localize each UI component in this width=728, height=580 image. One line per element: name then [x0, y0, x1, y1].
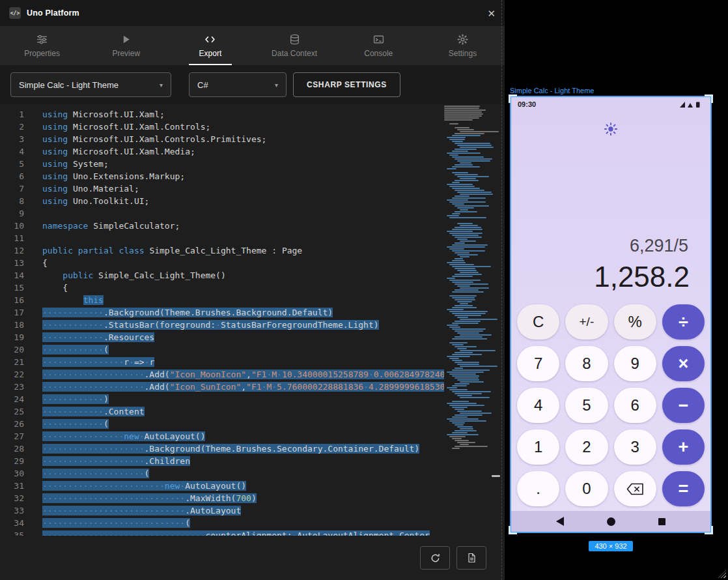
theme-dropdown-value: Simple Calc - Light Theme: [19, 80, 119, 90]
export-file-button[interactable]: [456, 546, 486, 570]
code-line: 4using Microsoft.UI.Xaml.Media;: [0, 145, 505, 158]
phone-statusbar: 09:30: [511, 97, 710, 111]
size-badge: 430 × 932: [589, 541, 632, 551]
code-line: 1using Microsoft.UI.Xaml;: [0, 108, 505, 121]
window-resize-grip[interactable]: [718, 570, 726, 578]
code-line: 16 this: [0, 294, 505, 306]
code-line: 13{: [0, 257, 505, 269]
code-line: 27················new·AutoLayout(): [0, 430, 505, 442]
code-editor[interactable]: 1using Microsoft.UI.Xaml;2using Microsof…: [0, 104, 505, 536]
calc-key-6[interactable]: 6: [614, 388, 656, 423]
calc-key-+/-[interactable]: +/-: [565, 304, 608, 340]
code-line: 34····························(: [0, 517, 505, 529]
tab-preview[interactable]: Preview: [84, 26, 168, 65]
theme-dropdown[interactable]: Simple Calc - Light Theme ▾: [10, 72, 171, 97]
code-line: 25············.Content: [0, 405, 505, 418]
calc-result: 1,258.2: [594, 261, 690, 293]
keypad: C+/-%÷789×456−123+.0=: [517, 304, 705, 506]
nav-back-icon[interactable]: [556, 517, 564, 526]
calc-key-4[interactable]: 4: [517, 388, 559, 423]
tab-data-context[interactable]: Data Context: [253, 26, 337, 65]
status-icons: [679, 101, 704, 108]
play-icon: [120, 34, 132, 45]
chevron-down-icon: ▾: [267, 81, 278, 89]
code-line: 24············): [0, 393, 505, 405]
calc-key-+[interactable]: +: [662, 429, 705, 465]
editor-panel: </> Uno Platform ✕ Properties Preview Ex…: [0, 0, 505, 580]
calc-key-−[interactable]: −: [662, 388, 705, 423]
titlebar: </> Uno Platform ✕: [0, 0, 505, 26]
toolbar: Simple Calc - Light Theme ▾ C# ▾ CSHARP …: [0, 65, 505, 104]
tab-label: Data Context: [272, 49, 317, 58]
gear-icon: [457, 34, 468, 45]
code-line: 3using Microsoft.UI.Xaml.Controls.Primit…: [0, 133, 505, 145]
splitter-handle[interactable]: [492, 475, 500, 477]
calc-key-9[interactable]: 9: [614, 346, 656, 381]
calc-key-C[interactable]: C: [517, 304, 559, 340]
minimap[interactable]: [444, 106, 499, 536]
calc-key-.[interactable]: .: [517, 471, 559, 506]
code-line: 6using Uno.Extensions.Markup;: [0, 170, 505, 182]
theme-toggle-sun-icon[interactable]: [604, 122, 618, 136]
nav-home-icon[interactable]: [607, 517, 615, 526]
code-line: 18············.StatusBar(foreground:·Sta…: [0, 319, 505, 331]
wifi-signal-battery-icons: [679, 101, 704, 108]
tab-label: Settings: [449, 49, 477, 58]
tab-label: Properties: [24, 49, 60, 58]
code-line: 20············(: [0, 343, 505, 356]
code-line: 35································counte…: [0, 529, 505, 536]
code-line: 10namespace SimpleCalculator;: [0, 220, 505, 232]
code-line: 33····························.AutoLayou…: [0, 504, 505, 517]
calc-key-5[interactable]: 5: [565, 388, 608, 423]
code-line: 21················r·=>·r: [0, 356, 505, 368]
calc-key-⌫[interactable]: [614, 471, 656, 506]
calc-key-2[interactable]: 2: [565, 429, 608, 465]
calc-key-8[interactable]: 8: [565, 346, 608, 381]
code-line: 29····················.Children: [0, 455, 505, 467]
code-line: 17············.Background(Theme.Brushes.…: [0, 306, 505, 319]
code-lines: 1using Microsoft.UI.Xaml;2using Microsof…: [0, 108, 505, 536]
close-icon[interactable]: ✕: [487, 8, 496, 18]
panel-divider[interactable]: [501, 0, 502, 580]
calc-key-÷[interactable]: ÷: [662, 304, 705, 340]
nav-recents-icon[interactable]: [658, 518, 665, 525]
sliders-icon: [36, 34, 48, 45]
code-line: 11: [0, 232, 505, 244]
calc-expression: 6,291/5: [630, 236, 688, 256]
code-line: 8using Uno.Toolkit.UI;: [0, 195, 505, 207]
calc-key-×[interactable]: ×: [662, 346, 705, 381]
tab-console[interactable]: Console: [337, 26, 421, 65]
calc-key-1[interactable]: 1: [517, 429, 559, 465]
tab-label: Preview: [112, 49, 140, 58]
size-badge-wrap: 430 × 932: [510, 540, 712, 551]
code-line: 14 public Simple_Calc_Light_Theme(): [0, 269, 505, 282]
editor-footer: [0, 536, 505, 580]
refresh-button[interactable]: [420, 546, 450, 570]
csharp-settings-button[interactable]: CSHARP SETTINGS: [293, 72, 400, 97]
tab-properties[interactable]: Properties: [0, 26, 84, 65]
code-line: 19············.Resources: [0, 331, 505, 343]
calc-key-3[interactable]: 3: [614, 429, 656, 465]
phone-preview[interactable]: 09:30 6,291/5 1,258.2 C+/-%÷789×456−123+…: [510, 96, 712, 533]
database-icon: [289, 34, 300, 45]
code-line: 30····················(: [0, 467, 505, 480]
language-dropdown-value: C#: [197, 80, 208, 90]
tab-export[interactable]: Export: [168, 26, 252, 65]
code-line: 31························new·AutoLayout…: [0, 480, 505, 492]
code-line: 2using Microsoft.UI.Xaml.Controls;: [0, 121, 505, 133]
tab-label: Export: [199, 49, 222, 58]
tab-settings[interactable]: Settings: [421, 26, 505, 65]
calc-key-7[interactable]: 7: [517, 346, 559, 381]
calc-key-=[interactable]: =: [662, 471, 705, 506]
code-line: 9: [0, 207, 505, 220]
code-line: 32····························.MaxWidth(…: [0, 492, 505, 504]
chevron-down-icon: ▾: [152, 81, 163, 89]
code-icon: [204, 34, 216, 45]
tab-bar: Properties Preview Export Data Context C…: [0, 26, 505, 65]
code-line: 23····················.Add("Icon_SunIcon…: [0, 381, 505, 393]
code-line: 7using Uno.Material;: [0, 182, 505, 195]
calc-key-0[interactable]: 0: [565, 471, 608, 506]
calc-key-%[interactable]: %: [614, 304, 656, 340]
language-dropdown[interactable]: C# ▾: [189, 72, 287, 97]
code-line: 28····················.Background(Theme.…: [0, 442, 505, 455]
